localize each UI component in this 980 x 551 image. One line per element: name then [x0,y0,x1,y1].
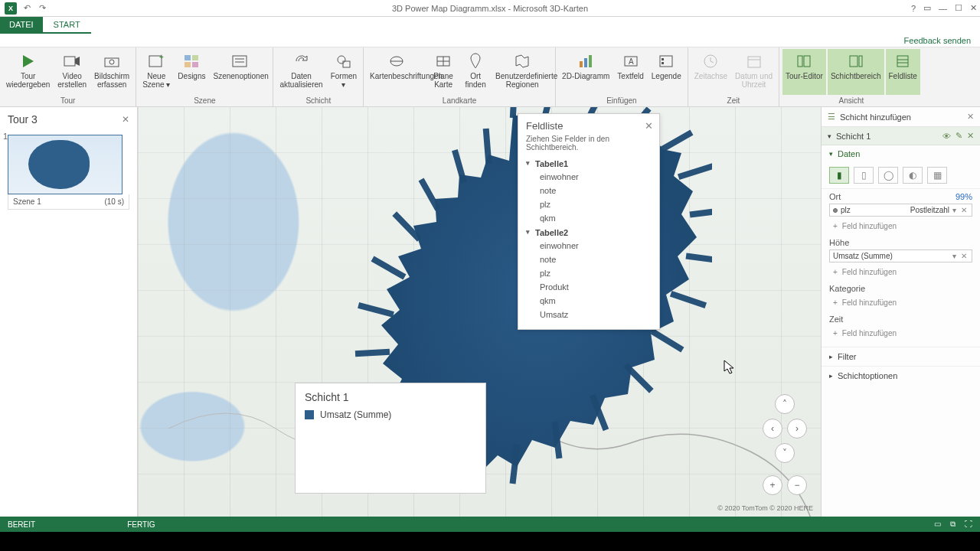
close-field-list-icon[interactable]: ✕ [645,120,653,132]
close-tour-pane-icon[interactable]: ✕ [122,114,129,125]
add-field-ort[interactable]: +Feld hinzufügen [829,219,972,233]
chevron-down-icon[interactable]: ▾ [952,252,956,260]
close-layer-pane-icon[interactable]: ✕ [967,112,974,122]
field-list-icon [890,51,915,72]
ribbon-group-tour: Tour [3,95,132,106]
view-mode-3-icon[interactable]: ⛶ [965,520,972,529]
add-field-hoehe[interactable]: +Feld hinzufügen [829,265,972,279]
help-icon[interactable]: ? [911,4,916,13]
field-item[interactable]: einwohner [518,239,659,253]
svg-rect-26 [662,62,664,64]
field-item[interactable]: qkm [518,294,659,308]
field-list-toggle[interactable]: Feldliste [886,49,920,95]
designs-button[interactable]: Designs [175,49,208,95]
layer-options-section[interactable]: ▸Schichtoptionen [822,366,980,385]
field-item[interactable]: plz [518,197,659,211]
filter-section[interactable]: ▸Filter [822,347,980,366]
field-item[interactable]: plz [518,266,659,280]
feedback-link[interactable]: Feedback senden [0,34,980,47]
add-field-kategorie[interactable]: +Feld hinzufügen [829,295,972,310]
maximize-icon[interactable]: ☐ [955,3,962,13]
remove-field-icon[interactable]: ✕ [959,206,969,214]
scene-thumbnail[interactable]: 1 Szene 1 (10 s) [8,135,129,210]
legend-item: Umsatz (Summe) [320,409,391,420]
add-field-zeit[interactable]: +Feld hinzufügen [829,326,972,341]
svg-rect-25 [662,58,664,60]
tour-editor-toggle[interactable]: Tour-Editor [782,49,826,95]
table-header-1[interactable]: Tabelle1 [518,156,659,170]
undo-icon[interactable]: ↶ [21,3,32,14]
expand-icon[interactable]: ▾ [829,150,833,158]
shapes-button[interactable]: Formen ▾ [328,49,360,95]
collapse-layer-icon[interactable]: ▾ [828,132,831,140]
table-header-2[interactable]: Tabelle2 [518,225,659,239]
field-item[interactable]: Umsatz [518,308,659,321]
screenshot-button[interactable]: Bildschirm erfassen [91,49,132,95]
refresh-data-button[interactable]: Daten aktualisieren [276,49,325,95]
svg-rect-34 [850,56,858,67]
layer-name[interactable]: Schicht 1 [836,132,938,141]
rotate-left-button[interactable]: ‹ [763,419,782,439]
svg-rect-1 [64,57,75,66]
svg-rect-32 [798,56,802,67]
geocode-pct[interactable]: 99% [956,192,972,201]
regions-icon [510,51,534,72]
close-window-icon[interactable]: ✕ [970,3,977,13]
find-location-button[interactable]: Ort finden [460,49,491,95]
view-mode-2-icon[interactable]: ⧉ [950,520,956,529]
viz-bubble[interactable]: ◯ [878,167,898,184]
hoehe-field-chip[interactable]: Umsatz (Summe) ▾ ✕ [829,249,972,262]
scene-duration: (10 s) [104,197,124,206]
svg-point-14 [338,56,345,64]
ort-field-chip[interactable]: plz Postleitzahl ▾ ✕ [829,204,972,217]
refresh-icon [289,51,314,72]
tab-start[interactable]: START [43,17,91,34]
zoom-out-button[interactable]: − [787,475,807,495]
play-tour-button[interactable]: Tour wiedergeben [3,49,53,95]
legend-button[interactable]: Legende [648,49,684,95]
hoehe-label: Höhe [829,238,849,247]
field-list-panel[interactable]: Feldliste✕ Ziehen Sie Felder in den Schi… [518,113,660,330]
field-item[interactable]: note [518,253,659,266]
map-labels-button[interactable]: Kartenbeschriftungen [367,49,426,95]
field-item[interactable]: note [518,184,659,197]
map-legend[interactable]: Schicht 1 Umsatz (Summe) [295,383,486,494]
map-canvas[interactable]: Schicht 1 Umsatz (Summe) ˄ ‹ › ˅ + − © 2… [138,107,821,517]
tab-file[interactable]: DATEI [0,17,43,34]
svg-rect-36 [897,56,908,67]
field-item[interactable]: einwohner [518,170,659,184]
svg-line-48 [655,333,680,348]
new-scene-button[interactable]: +Neue Szene ▾ [139,49,173,95]
field-item[interactable]: qkm [518,211,659,225]
rotate-right-button[interactable]: › [787,419,807,439]
zoom-in-button[interactable]: + [763,475,782,495]
viz-heatmap[interactable]: ◐ [903,167,923,184]
video-icon [60,51,84,72]
field-item[interactable]: Produkt [518,280,659,294]
redo-icon[interactable]: ↷ [37,3,47,14]
view-mode-1-icon[interactable]: ▭ [934,520,941,529]
map-labels-icon [384,51,409,72]
add-layer-button[interactable]: Schicht hinzufügen [840,112,962,122]
textbox-button[interactable]: ATextfeld [614,49,646,95]
minimize-icon[interactable]: — [939,4,947,13]
scene-options-button[interactable]: Szenenoptionen [210,49,270,95]
layer-pane-toggle[interactable]: Schichtbereich [828,49,884,95]
custom-regions-button[interactable]: Benutzerdefinierte Regionen [492,49,552,95]
remove-field-icon[interactable]: ✕ [959,252,969,260]
flat-map-button[interactable]: Plane Karte [428,49,459,95]
tilt-down-button[interactable]: ˅ [775,443,795,463]
viz-stacked-column[interactable]: ▮ [829,167,849,184]
tilt-up-button[interactable]: ˄ [775,394,795,414]
rename-icon[interactable]: ✎ [956,131,962,141]
visibility-icon[interactable]: 👁 [942,132,951,141]
2d-chart-button[interactable]: 2D-Diagramm [559,49,612,95]
delete-layer-icon[interactable]: ✕ [967,131,974,141]
ribbon-toggle-icon[interactable]: ▭ [923,3,931,13]
svg-line-29 [710,61,714,63]
viz-region[interactable]: ▦ [927,167,947,184]
create-video-button[interactable]: Video erstellen [54,49,90,95]
svg-line-58 [361,306,390,314]
chevron-down-icon[interactable]: ▾ [952,206,956,214]
viz-clustered-column[interactable]: ▯ [854,167,874,184]
